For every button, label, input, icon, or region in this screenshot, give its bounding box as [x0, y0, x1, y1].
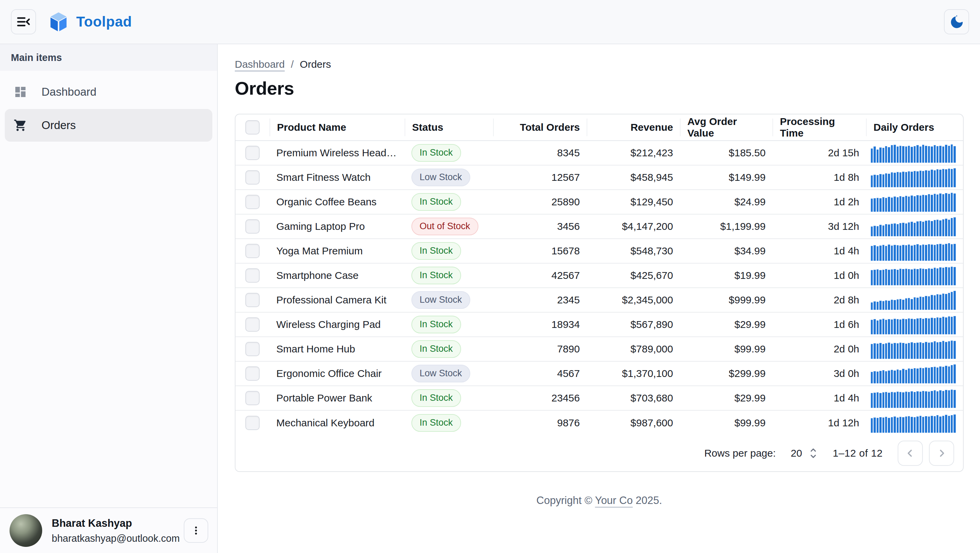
row-checkbox[interactable]	[245, 367, 259, 381]
sparkline-bar	[897, 392, 899, 408]
sidebar-item-orders[interactable]: Orders	[5, 109, 212, 142]
row-checkbox[interactable]	[245, 317, 259, 331]
row-checkbox[interactable]	[245, 268, 259, 283]
sparkline-bar	[879, 371, 881, 383]
row-checkbox[interactable]	[245, 195, 259, 209]
sidebar: Main items Dashboard Orders Bharat Kashy…	[0, 44, 218, 553]
sparkline-bar	[894, 392, 896, 408]
sparkline-bar	[882, 197, 885, 212]
revenue-cell: $212,423	[587, 147, 680, 159]
sparkline-bar	[885, 224, 887, 236]
row-checkbox[interactable]	[245, 146, 259, 160]
sparkline-bar	[877, 150, 878, 163]
table-row: Smartphone CaseIn Stock42567$425,670$19.…	[235, 264, 963, 288]
brand[interactable]: Toolpad	[50, 11, 132, 32]
sparkline-bar	[877, 302, 878, 310]
sparkline-bar	[928, 319, 930, 335]
sparkline-bar	[942, 244, 944, 261]
rows-per-page-select[interactable]: 20	[791, 448, 818, 459]
total-orders-cell: 12567	[493, 172, 587, 183]
sparkline-bar	[911, 417, 913, 433]
sparkline-bar	[916, 391, 918, 408]
breadcrumb-dashboard-link[interactable]: Dashboard	[235, 59, 285, 70]
sparkline-bar	[879, 174, 881, 187]
sparkline-bar	[937, 367, 939, 383]
row-checkbox[interactable]	[245, 391, 259, 405]
sparkline-bar	[916, 145, 918, 163]
row-checkbox[interactable]	[245, 244, 259, 258]
row-checkbox[interactable]	[245, 170, 259, 185]
sparkline-bar	[931, 342, 933, 359]
sparkline-bar	[920, 416, 921, 433]
avg-order-value-cell: $19.99	[680, 270, 772, 281]
sparkline-bar	[871, 344, 873, 359]
sparkline-bar	[939, 295, 941, 310]
row-checkbox[interactable]	[245, 293, 259, 307]
total-orders-cell: 15678	[493, 245, 587, 257]
menu-toggle-button[interactable]	[11, 9, 36, 34]
sparkline-bar	[951, 341, 953, 359]
sparkline-bar	[920, 245, 921, 261]
sparkline-bar	[879, 393, 881, 408]
sparkline-bar	[920, 368, 921, 383]
sparkline-bar	[914, 245, 916, 261]
sparkline-bar	[916, 195, 918, 212]
sparkline-bar	[882, 319, 885, 335]
sparkline-bar	[953, 244, 956, 261]
sparkline-bar	[916, 416, 918, 433]
sparkline-bar	[908, 222, 910, 236]
row-checkbox[interactable]	[245, 219, 259, 234]
sparkline-bar	[871, 320, 873, 335]
sidebar-item-dashboard[interactable]: Dashboard	[5, 76, 212, 108]
row-checkbox[interactable]	[245, 416, 259, 430]
sparkline-bar	[914, 297, 916, 310]
total-orders-cell: 3456	[493, 221, 587, 232]
theme-toggle-button[interactable]	[944, 9, 969, 34]
sparkline-bar	[894, 269, 896, 285]
sparkline-bar	[902, 223, 904, 236]
sparkline-bar	[877, 392, 878, 408]
sparkline-bar	[934, 390, 936, 408]
processing-time-cell: 1d 4h	[772, 245, 866, 257]
sparkline-bar	[911, 172, 913, 187]
sparkline-bar	[931, 318, 933, 335]
sparkline-bar	[948, 316, 950, 335]
sparkline-bar	[873, 270, 875, 285]
previous-page-button[interactable]	[898, 441, 923, 466]
revenue-cell: $548,730	[587, 245, 680, 257]
status-cell: In Stock	[404, 193, 493, 211]
chevron-right-icon	[936, 448, 947, 459]
sparkline-bar	[879, 301, 881, 310]
sparkline-bar	[879, 343, 881, 359]
sparkline-bar	[891, 224, 893, 236]
sidebar-item-label: Orders	[41, 119, 76, 132]
status-cell: Out of Stock	[404, 218, 493, 235]
footer-company-link[interactable]: Your Co	[595, 494, 633, 506]
row-checkbox[interactable]	[245, 342, 259, 356]
sparkline-bar	[902, 300, 904, 310]
revenue-cell: $703,680	[587, 392, 680, 404]
table-body: Premium Wireless Headp...In Stock8345$21…	[235, 141, 963, 435]
sparkline-bar	[879, 319, 881, 335]
daily-orders-sparkline	[866, 290, 963, 310]
sparkline-bar	[908, 196, 910, 212]
select-all-checkbox[interactable]	[245, 120, 259, 134]
sparkline-bar	[885, 198, 887, 212]
user-menu-button[interactable]	[184, 518, 208, 543]
sparkline-bar	[928, 194, 930, 212]
sparkline-bar	[879, 245, 881, 261]
next-page-button[interactable]	[929, 441, 954, 466]
sparkline-bar	[894, 223, 896, 236]
sparkline-bar	[897, 147, 899, 163]
sparkline-bar	[908, 416, 910, 433]
sparkline-bar	[934, 268, 936, 285]
sparkline-bar	[925, 342, 927, 359]
sparkline-bar	[871, 270, 873, 285]
footer-suffix: 2025.	[633, 494, 662, 506]
sparkline-bar	[899, 146, 901, 163]
sidebar-item-label: Dashboard	[41, 86, 96, 99]
sparkline-bar	[942, 317, 944, 335]
sparkline-bar	[922, 297, 924, 310]
sparkline-bar	[931, 195, 933, 212]
sparkline-bar	[873, 175, 875, 187]
